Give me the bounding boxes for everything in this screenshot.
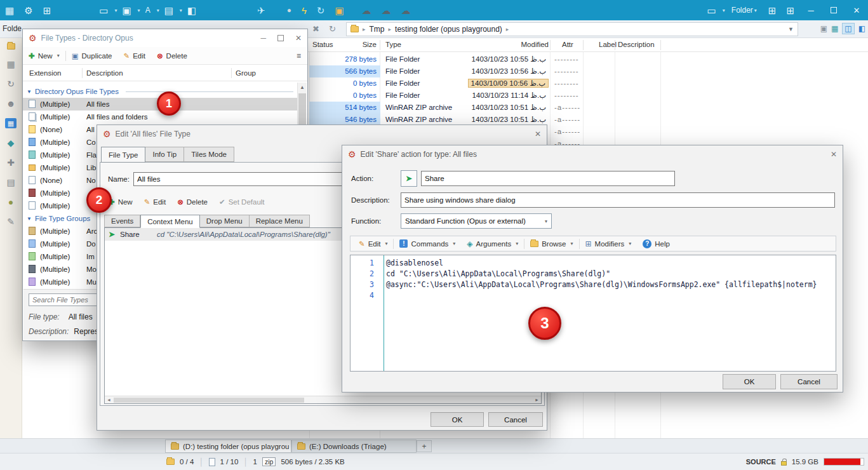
column-description[interactable]: Description <box>618 41 655 48</box>
menu-icon[interactable]: ≡ <box>297 51 301 60</box>
tab-file-type[interactable]: File Type <box>101 147 145 163</box>
column-group[interactable]: Group <box>236 69 256 77</box>
split-view-icon[interactable]: ◧ <box>187 6 196 15</box>
lightning-icon[interactable]: ϟ <box>302 6 307 15</box>
thumbnails-icon[interactable]: ▦ <box>831 24 838 33</box>
cancel-button[interactable]: Cancel <box>488 412 543 427</box>
record-icon[interactable]: ● <box>8 197 13 207</box>
description-input[interactable] <box>401 192 835 208</box>
add-tab-button[interactable]: + <box>417 440 432 452</box>
new-button[interactable]: ✚ New ▾ <box>23 51 65 60</box>
print-button[interactable]: ▤▾ <box>159 6 182 15</box>
settings-gear-icon[interactable]: ⚙ <box>24 6 32 15</box>
breadcrumb-crumb[interactable]: Tmp <box>370 25 385 34</box>
copy-path-icon[interactable]: ▣ <box>820 24 827 33</box>
cloud-icon[interactable]: ☁ <box>401 6 411 15</box>
folder-tab-active[interactable]: (D:) testing folder (opus playgrou <box>165 440 291 453</box>
delete-button[interactable]: ⊗ Delete <box>151 51 193 60</box>
sync-icon[interactable]: ↻ <box>317 6 325 15</box>
close-button[interactable]: ✕ <box>535 130 541 138</box>
preview-panel-icon[interactable]: ◧ <box>858 24 865 33</box>
file-type-row[interactable]: (Multiple) All files and folders <box>23 111 297 123</box>
rename-button[interactable]: A▾ <box>140 6 159 14</box>
dialog-titlebar[interactable]: ⚙ File Types - Directory Opus ─ ✕ <box>23 29 307 47</box>
scroll-thumb[interactable] <box>114 398 304 403</box>
maximize-button[interactable] <box>822 0 845 20</box>
path-history-caret-icon[interactable]: ▼ <box>788 26 794 32</box>
edit-button[interactable]: ✎ Edit <box>138 198 171 206</box>
column-label[interactable]: Label <box>599 41 617 48</box>
edit-menu-button[interactable]: ✎ Edit ▾ <box>353 239 393 248</box>
duplicate-button[interactable]: ▣ Duplicate <box>66 51 118 60</box>
edit-button[interactable]: ✎ Edit <box>118 51 151 60</box>
close-button[interactable]: ✕ <box>295 34 302 43</box>
users-icon[interactable]: ☻ <box>6 98 16 109</box>
favorites-icon[interactable]: ◆ <box>8 138 15 148</box>
breadcrumb[interactable]: ▸ Tmp ▸ testing folder (opus playground)… <box>346 22 798 36</box>
folders-icon[interactable] <box>7 43 15 50</box>
column-size[interactable]: Size <box>309 41 377 48</box>
breadcrumb-crumb[interactable]: testing folder (opus playground) <box>395 25 502 34</box>
tab-drop-menu[interactable]: Drop Menu <box>200 215 250 227</box>
folder-dropdown[interactable]: Folder▾ <box>731 6 757 15</box>
horizontal-scrollbar[interactable]: ◄ ► <box>105 396 541 403</box>
commands-menu-button[interactable]: ! Commands ▾ <box>394 239 461 248</box>
modifiers-menu-button[interactable]: ⊞ Modifiers ▾ <box>580 239 638 248</box>
active-folder-icon[interactable]: ▦ <box>5 118 17 128</box>
column-modified[interactable]: Modified <box>444 41 549 48</box>
list-icon[interactable]: ▤ <box>6 177 15 187</box>
scroll-right-icon[interactable]: ► <box>533 396 541 403</box>
layout-grid-icon[interactable]: ⊞ <box>768 6 777 15</box>
source-indicator[interactable]: SOURCE <box>746 458 776 466</box>
delete-button[interactable]: ⊗ Delete <box>171 198 213 206</box>
edit-pen-icon[interactable]: ✎ <box>7 217 15 227</box>
scroll-left-icon[interactable]: ◄ <box>105 396 113 403</box>
tab-context-menu[interactable]: Context Menu <box>140 215 200 228</box>
function-select[interactable]: Standard Function (Opus or external) ▾ <box>401 213 552 229</box>
browse-menu-button[interactable]: Browse ▾ <box>524 240 578 248</box>
blob-icon[interactable]: ● <box>287 6 291 14</box>
minimize-button[interactable]: ─ <box>799 0 822 20</box>
apps-grid-icon[interactable]: ▦ <box>5 6 14 15</box>
folder-tab[interactable]: (E:) Downloads (Triage) <box>291 440 417 453</box>
history-icon[interactable]: ↻ <box>7 79 15 89</box>
tab-tiles-mode[interactable]: Tiles Mode <box>184 147 234 162</box>
action-input[interactable] <box>421 171 675 186</box>
tab-info-tip[interactable]: Info Tip <box>145 147 184 162</box>
maximize-button[interactable] <box>277 35 284 41</box>
tools-icon[interactable]: ✚ <box>7 158 15 168</box>
viewer-pane-button[interactable]: ▭▾ <box>94 6 117 15</box>
column-extension[interactable]: Extension <box>29 69 62 77</box>
tab-events[interactable]: Events <box>104 215 140 227</box>
cloud-icon[interactable]: ☁ <box>382 6 391 15</box>
cancel-button[interactable]: Cancel <box>780 374 838 389</box>
column-attr[interactable]: Attr <box>562 41 573 48</box>
layout-grid2-icon[interactable]: ⊞ <box>786 6 794 15</box>
function-code-editor[interactable]: 1 @disablenosel 2 cd "C:\Users\Ali\AppDa… <box>350 255 836 372</box>
duplicate-tab-button[interactable]: ▣▾ <box>117 6 140 15</box>
arguments-menu-button[interactable]: ◈ Arguments ▾ <box>461 239 524 248</box>
minimize-button[interactable]: ─ <box>260 34 266 43</box>
close-button[interactable]: ✕ <box>845 0 868 20</box>
close-button[interactable]: ✕ <box>831 150 837 159</box>
cloud-icon[interactable]: ☁ <box>362 6 371 15</box>
package-icon[interactable]: ▣ <box>335 6 344 15</box>
search-input[interactable] <box>29 293 107 306</box>
lock-icon[interactable] <box>781 461 787 466</box>
scroll-up-icon[interactable]: ▲ <box>298 83 307 92</box>
tab-replace-menu[interactable]: Replace Menu <box>250 215 310 227</box>
new-window-icon[interactable]: ⊞ <box>43 6 51 15</box>
set-default-button[interactable]: ✔ Set Default <box>213 198 270 206</box>
help-button[interactable]: ? Help <box>637 239 676 248</box>
column-description[interactable]: Description <box>86 69 123 77</box>
ok-button[interactable]: OK <box>431 412 484 427</box>
filter-clear-icon[interactable]: ✖ <box>312 24 319 34</box>
grid-icon[interactable]: ▦ <box>6 59 15 69</box>
display-mode-button[interactable]: ▭▾ <box>702 6 725 15</box>
column-type[interactable]: Type <box>385 41 401 48</box>
dialog-titlebar[interactable]: ⚙ Edit 'Share' action for type: All file… <box>342 145 843 163</box>
dialog-titlebar[interactable]: ⚙ Edit 'All files' File Type ✕ <box>97 125 547 143</box>
ok-button[interactable]: OK <box>723 374 776 389</box>
dual-pane-icon[interactable]: ◫ <box>842 23 854 34</box>
action-icon-button[interactable]: ➤ <box>401 170 417 187</box>
